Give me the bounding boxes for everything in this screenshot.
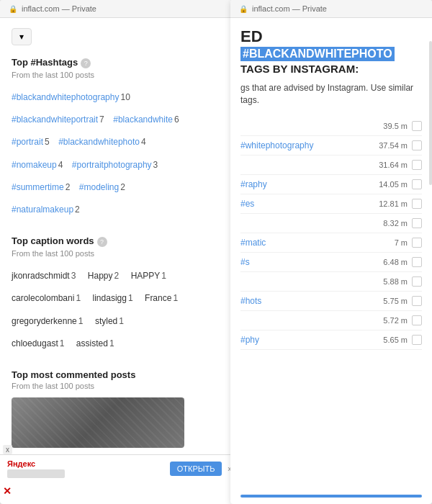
hashtag-blackandwhiteportrait[interactable]: #blackandwhiteportrait bbox=[12, 114, 98, 125]
tag-checkbox-10[interactable] bbox=[412, 296, 422, 306]
tag-name-10[interactable]: #hots bbox=[240, 296, 383, 306]
hashtag-row-6: #naturalmakeup2 bbox=[12, 199, 233, 218]
hashtag-modeling[interactable]: #modeling bbox=[79, 182, 119, 192]
yandex-logo: Яндекс bbox=[7, 459, 164, 468]
tag-checkbox-8[interactable] bbox=[412, 257, 422, 267]
dropdown-button[interactable]: ▾ bbox=[12, 28, 32, 45]
post-thumbnail[interactable] bbox=[12, 397, 184, 448]
tag-count-12: 5.65 m bbox=[383, 336, 408, 344]
ad-banner: x Яндекс ОТКРЫТЬ x 0 bbox=[0, 454, 245, 482]
caption-row-2: carolecolombani1 lindasigg1 France1 bbox=[12, 287, 233, 307]
tag-checkbox-1[interactable] bbox=[412, 121, 422, 131]
tag-name-12[interactable]: #phy bbox=[240, 335, 383, 345]
caption-subtitle: From the last 100 posts bbox=[12, 249, 233, 258]
right-lock-icon: 🔒 bbox=[239, 5, 248, 13]
tag-name-5[interactable]: #es bbox=[240, 199, 379, 209]
tag-checkbox-3[interactable] bbox=[412, 160, 422, 170]
right-description: gs that are advised by Instagram. Use si… bbox=[240, 82, 422, 107]
word-gregoryderkenne: gregoryderkenne bbox=[12, 316, 77, 326]
left-panel: 🔒 inflact.com — Private ▾ Top #Hashtags … bbox=[0, 0, 245, 504]
tag-name-8[interactable]: #s bbox=[240, 257, 383, 267]
caption-help-icon[interactable]: ? bbox=[97, 237, 107, 247]
word-assisted: assisted bbox=[76, 338, 108, 348]
hashtag-blackandwhitephotography[interactable]: #blackandwhitephotography bbox=[12, 92, 119, 102]
yandex-search-bar[interactable] bbox=[7, 469, 65, 478]
commented-title: Top most commented posts bbox=[12, 369, 233, 380]
list-item: 5.88 m bbox=[240, 272, 422, 292]
left-panel-content: ▾ Top #Hashtags ? From the last 100 post… bbox=[0, 18, 245, 499]
hashtag-nomakeup[interactable]: #nomakeup bbox=[12, 160, 57, 170]
tag-count-8: 6.48 m bbox=[383, 258, 408, 266]
left-browser-bar: 🔒 inflact.com — Private bbox=[0, 0, 245, 18]
list-item: #s 6.48 m bbox=[240, 253, 422, 272]
tag-count-5: 12.81 m bbox=[379, 199, 408, 208]
lock-icon: 🔒 bbox=[9, 5, 17, 13]
x-mark-icon[interactable]: ✕ bbox=[3, 485, 12, 497]
tag-count-7: 7 m bbox=[395, 238, 408, 247]
tag-count-4: 14.05 m bbox=[379, 180, 408, 189]
right-browser-bar: 🔒 inflact.com — Private bbox=[230, 0, 432, 18]
caption-row-1: jkonradschmidt3 Happy2 HAPPY1 bbox=[12, 265, 233, 284]
word-france: France bbox=[145, 293, 171, 303]
hashtag-row-3: #portrait5 #blackandwhitephoto4 bbox=[12, 131, 233, 150]
list-item: 31.64 m bbox=[240, 156, 422, 175]
heading-highlight: #BLACKANDWHITEPHOTO bbox=[240, 47, 395, 61]
tag-checkbox-5[interactable] bbox=[412, 199, 422, 209]
list-item: #phy 5.65 m bbox=[240, 330, 422, 350]
left-url: inflact.com — Private bbox=[22, 4, 96, 13]
heading-line3: TAGS BY INSTAGRAM: bbox=[240, 63, 422, 75]
tag-name-7[interactable]: #matic bbox=[240, 238, 395, 248]
tag-name-2[interactable]: #whitephotography bbox=[240, 140, 379, 150]
progress-bar bbox=[240, 495, 422, 498]
word-styled: styled bbox=[95, 316, 117, 326]
tag-checkbox-6[interactable] bbox=[412, 218, 422, 228]
caption-section: Top caption words ? From the last 100 po… bbox=[12, 235, 233, 352]
tag-checkbox-7[interactable] bbox=[412, 238, 422, 248]
list-item: #raphy 14.05 m bbox=[240, 175, 422, 194]
related-tags-list: 39.5 m #whitephotography 37.54 m 31.64 m… bbox=[240, 117, 422, 350]
ad-close-btn[interactable]: x bbox=[3, 445, 12, 454]
hashtag-blackandwhitephoto[interactable]: #blackandwhitephoto bbox=[58, 137, 140, 147]
tag-count-3: 31.64 m bbox=[379, 161, 408, 169]
right-panel: 🔒 inflact.com — Private ED #BLACKANDWHIT… bbox=[230, 0, 432, 504]
hashtag-blackandwhite[interactable]: #blackandwhite bbox=[113, 114, 173, 125]
word-jkonradschmidt: jkonradschmidt bbox=[12, 271, 70, 281]
tag-count-11: 5.72 m bbox=[383, 316, 408, 325]
heading-line1: ED bbox=[240, 28, 422, 45]
right-panel-content: ED #BLACKANDWHITEPHOTO TAGS BY INSTAGRAM… bbox=[230, 18, 432, 499]
word-happy-lower: Happy bbox=[88, 271, 113, 281]
commented-subtitle: From the last 100 posts bbox=[12, 382, 233, 390]
tag-checkbox-11[interactable] bbox=[412, 315, 422, 325]
caption-row-4: chloedugast1 assisted1 bbox=[12, 333, 233, 352]
tag-count-1: 39.5 m bbox=[383, 122, 408, 130]
word-chloedugast: chloedugast bbox=[12, 338, 58, 348]
tag-count-10: 5.75 m bbox=[383, 297, 408, 305]
hashtag-portraitphotography[interactable]: #portraitphotography bbox=[72, 160, 152, 170]
tag-checkbox-9[interactable] bbox=[412, 276, 422, 287]
list-item: 5.72 m bbox=[240, 311, 422, 330]
dropdown-icon: ▾ bbox=[19, 32, 24, 42]
tag-name-4[interactable]: #raphy bbox=[240, 179, 379, 189]
caption-row-3: gregoryderkenne1 styled1 bbox=[12, 310, 233, 330]
word-carolecolombani: carolecolombani bbox=[12, 293, 74, 303]
hashtags-section: Top #Hashtags ? From the last 100 posts … bbox=[12, 57, 233, 218]
scrollbar[interactable] bbox=[429, 41, 432, 185]
tag-count-2: 37.54 m bbox=[379, 141, 408, 150]
list-item: #matic 7 m bbox=[240, 233, 422, 253]
right-url: inflact.com — Private bbox=[252, 4, 327, 13]
hashtag-row-1: #blackandwhitephotography10 bbox=[12, 86, 233, 106]
tag-checkbox-2[interactable] bbox=[412, 140, 422, 150]
list-item: #whitephotography 37.54 m bbox=[240, 136, 422, 156]
list-item: #hots 5.75 m bbox=[240, 292, 422, 311]
word-lindasigg: lindasigg bbox=[93, 293, 127, 303]
hashtags-help-icon[interactable]: ? bbox=[81, 58, 91, 68]
hashtag-summertime[interactable]: #summertime bbox=[12, 182, 64, 192]
tag-checkbox-4[interactable] bbox=[412, 179, 422, 189]
hashtag-naturalmakeup[interactable]: #naturalmakeup bbox=[12, 204, 73, 215]
open-button[interactable]: ОТКРЫТЬ bbox=[170, 462, 222, 476]
tag-checkbox-12[interactable] bbox=[412, 335, 422, 345]
hashtag-row-4: #nomakeup4 #portraitphotography3 bbox=[12, 154, 233, 174]
hashtag-portrait[interactable]: #portrait bbox=[12, 137, 43, 147]
tag-count-6: 8.32 m bbox=[383, 219, 408, 228]
hashtag-row-5: #summertime2 #modeling2 bbox=[12, 176, 233, 196]
